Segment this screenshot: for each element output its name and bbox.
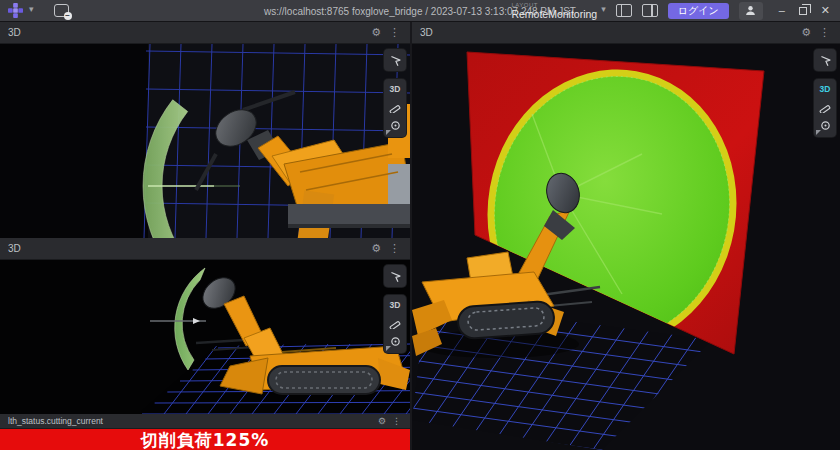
- foxglove-window: ▾ − ws://localhost:8765 foxglove_bridge …: [0, 0, 840, 450]
- panel-settings-gear-icon[interactable]: ⚙: [375, 417, 389, 426]
- 3d-viewport-bottom-left[interactable]: 3D: [0, 260, 410, 414]
- panel-menu-kebab-icon[interactable]: ⋮: [385, 27, 404, 38]
- cursor-arrow-icon: [819, 54, 832, 67]
- resize-corner-icon: [816, 130, 821, 135]
- view-tool-group: 3D: [814, 79, 836, 137]
- camera-focus-icon[interactable]: [390, 336, 401, 347]
- 3d-viewport-right[interactable]: 3D: [412, 44, 840, 450]
- scene-side-view: [0, 260, 410, 414]
- panel-title: 3D: [8, 243, 21, 254]
- panel-header-3d-right[interactable]: 3D ⚙ ⋮: [412, 22, 840, 44]
- panel-menu-kebab-icon[interactable]: ⋮: [389, 417, 404, 426]
- panel-menu-kebab-icon[interactable]: ⋮: [815, 27, 834, 38]
- measure-ruler-icon[interactable]: [389, 101, 401, 113]
- camera-pan-tool-button[interactable]: [814, 49, 836, 71]
- layout-chevron-down-icon: ▾: [601, 5, 606, 14]
- user-account-button[interactable]: [739, 2, 763, 20]
- panel-settings-gear-icon[interactable]: ⚙: [797, 27, 815, 38]
- login-button[interactable]: ログイン: [668, 3, 729, 19]
- panel-header-3d-bottom[interactable]: 3D ⚙ ⋮: [0, 238, 410, 260]
- cutting-load-alert-banner: 切削負荷125%: [0, 429, 410, 450]
- 3d-mode-toggle[interactable]: 3D: [820, 84, 831, 94]
- 3d-viewport-top-left[interactable]: 3D: [0, 44, 410, 238]
- scene-top-view: [0, 44, 410, 238]
- layout-picker-value: RemoteMonitoring: [511, 9, 597, 20]
- data-source-icon[interactable]: −: [54, 4, 69, 17]
- resize-corner-icon: [386, 346, 391, 351]
- window-restore-button[interactable]: [799, 7, 807, 15]
- camera-focus-icon[interactable]: [820, 120, 831, 131]
- view-tool-group: 3D: [384, 295, 406, 353]
- camera-pan-tool-button[interactable]: [384, 49, 406, 71]
- layout-picker-label: LAYOUT: [511, 2, 597, 8]
- panel-settings-gear-icon[interactable]: ⚙: [367, 243, 385, 254]
- camera-focus-icon[interactable]: [390, 120, 401, 131]
- measure-ruler-icon[interactable]: [819, 101, 831, 113]
- person-icon: [745, 5, 756, 16]
- panel-menu-kebab-icon[interactable]: ⋮: [385, 243, 404, 254]
- 3d-mode-toggle[interactable]: 3D: [390, 84, 401, 94]
- panel-settings-gear-icon[interactable]: ⚙: [367, 27, 385, 38]
- camera-pan-tool-button[interactable]: [384, 265, 406, 287]
- left-sidebar-toggle-icon[interactable]: [616, 4, 632, 17]
- right-sidebar-toggle-icon[interactable]: [642, 4, 658, 17]
- foxglove-logo-icon[interactable]: [8, 3, 23, 18]
- app-menu-chevron-icon[interactable]: ▾: [29, 5, 34, 14]
- layout-picker[interactable]: LAYOUT RemoteMonitoring ▾: [511, 2, 605, 20]
- 3d-mode-toggle[interactable]: 3D: [390, 300, 401, 310]
- panel-title: 3D: [8, 27, 21, 38]
- cursor-arrow-icon: [389, 270, 402, 283]
- window-close-button[interactable]: ✕: [821, 5, 830, 16]
- view-tool-group: 3D: [384, 79, 406, 137]
- panel-title: 3D: [420, 27, 433, 38]
- resize-corner-icon: [386, 130, 391, 135]
- panel-header-3d-top[interactable]: 3D ⚙ ⋮: [0, 22, 410, 44]
- cutting-load-value: 切削負荷125%: [141, 429, 270, 450]
- window-minimize-button[interactable]: –: [779, 5, 785, 16]
- panel-title: lth_status.cutting_current: [8, 416, 103, 426]
- scene-perspective-view: [412, 44, 840, 450]
- panel-header-indicator[interactable]: lth_status.cutting_current ⚙ ⋮: [0, 414, 410, 429]
- app-toolbar: ▾ − ws://localhost:8765 foxglove_bridge …: [0, 0, 840, 22]
- measure-ruler-icon[interactable]: [389, 317, 401, 329]
- cursor-arrow-icon: [389, 54, 402, 67]
